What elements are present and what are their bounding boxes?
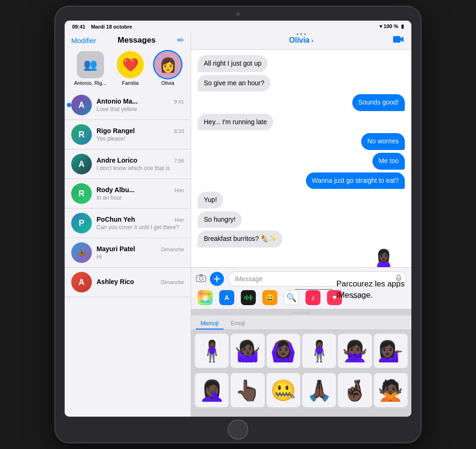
memoji-item[interactable]: 🧍🏿‍♀️ [195,334,229,367]
message-item-content-rody: Rody Albu... Hier In an hour [97,186,184,201]
video-call-button[interactable] [393,35,404,46]
memoji-item[interactable]: 🙏🏿 [302,373,336,407]
message-item-content-andre: Andre Lorico 7:56 I don't know which one… [97,157,184,172]
pinned-avatar-antonio: 👥 [77,51,104,78]
memoji-item[interactable]: 🙅🏿‍♀️ [338,334,372,367]
conversation-antonio[interactable]: A Antonio Ma... 9:41 Love that yellow [65,90,191,120]
memoji-item[interactable]: 🤐 [267,373,300,407]
avatar-pochun: P [71,213,92,233]
pinned-contact-olivia[interactable]: 👩 Olivia [154,51,181,86]
sidebar-header: Modifier Messages ✏ [65,31,191,48]
status-bar: 09:41 Mardi 18 octobre ▾ 100 % ▮ [65,21,411,31]
svg-point-2 [199,277,203,280]
message-preview-antonio: Love that yellow [97,106,184,112]
message-bubble: Sounds good! [352,94,405,111]
message-bubble: Breakfast burritos? 🌯✨ [198,231,283,247]
memoji-item[interactable]: 🙆🏿‍♀️ [267,334,300,367]
ipad-screen: 09:41 Mardi 18 octobre ▾ 100 % ▮ Modifie… [65,21,411,417]
stickers-icon[interactable]: 😄 [262,290,277,305]
conversation-rigo[interactable]: R Rigo Rangel 8:33 Yes please! [65,120,191,150]
avatar-ashley: A [71,272,92,292]
conversation-andre[interactable]: A Andre Lorico 7:56 I don't know which o… [65,150,191,179]
camera-button[interactable] [196,274,206,284]
avatar-rigo: R [71,124,92,145]
home-button[interactable] [228,419,248,440]
sidebar: Modifier Messages ✏ 👥 Antonio, Rig... ❤️… [65,31,191,417]
avatar-andre: A [71,154,92,174]
message-bubble: Me too [372,153,405,170]
memoji-item[interactable]: 🙅🏿 [374,373,408,407]
memoji-item[interactable]: 👆🏿 [231,373,264,407]
message-item-content-rigo: Rigo Rangel 8:33 Yes please! [97,127,184,142]
pinned-name-familia: Familia [122,80,138,86]
svg-rect-9 [250,295,251,300]
status-date: Mardi 18 octobre [91,24,132,30]
tab-emoji[interactable]: Emoji [226,317,250,329]
modifier-button[interactable]: Modifier [71,37,96,45]
memoji-item[interactable]: 💁🏿‍♀️ [374,334,408,367]
chat-area: Olivia › All right I just got up [191,31,411,417]
apps-button[interactable] [210,272,224,286]
message-item-content-pochun: PoChun Yeh Hier Can you cover it until I… [97,216,184,231]
pinned-name-olivia: Olivia [161,80,174,86]
message-time-antonio: 9:41 [174,99,184,105]
message-bubble: So hungry! [198,211,242,228]
memoji-item[interactable]: 🤷🏿‍♀️ [231,334,264,367]
compose-button[interactable]: ✏ [177,35,184,45]
pinned-avatar-familia: ❤️ [117,51,144,78]
status-time: 09:41 [72,24,85,30]
avatar-mayuri: 🦋 [71,242,92,263]
messages-title: Messages [118,36,156,45]
message-preview-mayuri: Hi [97,254,184,260]
memoji-sticker: 🧍🏿‍♀️ Distribué [363,250,405,267]
memoji-item[interactable]: 🤦🏿‍♀️ [195,373,229,407]
message-bubble: Yup! [198,192,223,209]
conversation-mayuri[interactable]: 🦋 Mayuri Patel Dimanche Hi [65,238,191,268]
pinned-contact-familia[interactable]: ❤️ Familia [117,51,144,86]
svg-rect-10 [252,296,253,299]
pinned-contacts: 👥 Antonio, Rig... ❤️ Familia 👩 Olivia [65,48,191,90]
messages-container: All right I just got up So give me an ho… [191,50,411,267]
message-preview-rigo: Yes please! [97,135,184,142]
memoji-item[interactable]: 🤞🏿 [338,373,372,407]
message-list: A Antonio Ma... 9:41 Love that yellow [65,90,191,417]
emoji-tabs: Memoji Emoji [191,315,411,330]
photos-app-icon[interactable]: 🌅 [198,290,213,305]
chevron-icon: › [312,37,313,44]
message-bubble: Wanna just go straight to eat? [306,172,405,189]
message-preview-rody: In an hour [97,195,184,201]
memoji-item[interactable]: 🧍🏿‍♀️ [302,334,336,367]
wifi-icon: ▾ 100 % [379,23,398,30]
conversation-ashley[interactable]: A Ashley Rico Dimanche [65,268,191,297]
avatar-antonio: A [71,95,92,115]
message-preview-andre: I don't know which one that is [97,165,184,172]
appstore-icon[interactable]: A [219,290,234,305]
conversation-rody[interactable]: R Rody Albu... Hier In an hour [65,179,191,209]
battery-icon: ▮ [401,23,404,30]
contact-name-pochun: PoChun Yeh [97,216,135,223]
audio-messages-icon[interactable] [241,290,256,305]
message-time-andre: 7:56 [174,158,184,164]
contact-name-antonio: Antonio Ma... [97,97,138,105]
pinned-avatar-olivia: 👩 [154,51,181,78]
avatar-rody: R [71,183,92,204]
message-time-rigo: 8:33 [174,128,184,134]
chat-contact-name[interactable]: Olivia › [289,36,313,45]
pinned-contact-antonio[interactable]: 👥 Antonio, Rig... [74,51,106,86]
callout-text: Parcourez les apps iMessage. [336,278,425,301]
message-bubble: All right I just got up [198,55,268,72]
contact-name-mayuri: Mayuri Patel [97,245,135,253]
message-time-pochun: Hier [175,217,184,223]
svg-rect-7 [246,295,247,300]
header-dot [297,33,298,35]
tab-memoji[interactable]: Memoji [196,317,223,329]
front-camera [236,12,240,16]
message-item-content: Antonio Ma... 9:41 Love that yellow [97,97,184,112]
conversation-pochun[interactable]: P PoChun Yeh Hier Can you cover it until… [65,209,191,238]
input-placeholder: iMessage [235,275,263,283]
contact-name-rody: Rody Albu... [97,186,134,194]
main-content: Modifier Messages ✏ 👥 Antonio, Rig... ❤️… [65,31,411,417]
message-preview-pochun: Can you cover it until I get there? [97,224,184,231]
message-time-rody: Hier [175,187,184,193]
contact-name-rigo: Rigo Rangel [97,127,135,135]
